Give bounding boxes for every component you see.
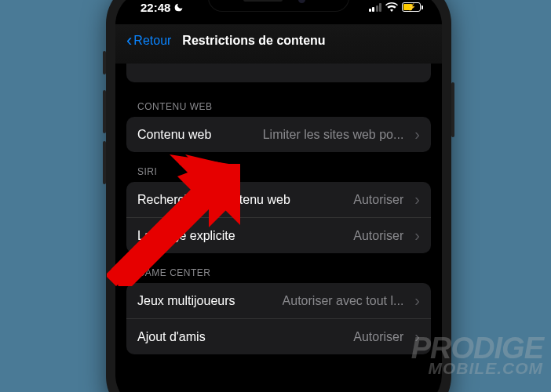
- row-label: Ajout d'amis: [137, 330, 347, 344]
- group-gamecenter: Jeux multijoueurs Autoriser avec tout l.…: [126, 283, 431, 354]
- row-add-friends[interactable]: Ajout d'amis Autoriser ›: [126, 318, 431, 354]
- chevron-right-icon: ›: [414, 191, 420, 209]
- volume-up: [103, 90, 106, 133]
- mute-switch: [103, 51, 106, 74]
- notch: [208, 0, 349, 12]
- group-siri: Recherche de contenu web Autoriser › Lan…: [126, 182, 431, 253]
- settings-content: CONTENU WEB Contenu web Limiter les site…: [115, 64, 442, 354]
- row-multiplayer[interactable]: Jeux multijoueurs Autoriser avec tout l.…: [126, 283, 431, 318]
- volume-down: [103, 141, 106, 184]
- row-label: Langage explicite: [137, 229, 347, 243]
- row-siri-explicit[interactable]: Langage explicite Autoriser ›: [126, 217, 431, 253]
- chevron-right-icon: ›: [414, 227, 420, 245]
- wifi-icon: [385, 2, 398, 12]
- row-label: Contenu web: [137, 128, 211, 142]
- section-header-siri: SIRI: [126, 152, 431, 182]
- page-title: Restrictions de contenu: [182, 34, 325, 48]
- chevron-right-icon: ›: [414, 292, 420, 310]
- row-label: Recherche de contenu web: [137, 193, 347, 207]
- section-header-web: CONTENU WEB: [126, 87, 431, 117]
- row-web-content[interactable]: Contenu web Limiter les sites web po... …: [126, 117, 431, 152]
- watermark-line1: PRODIGE: [411, 335, 543, 361]
- back-label: Retour: [133, 34, 171, 48]
- screen: 22:48 ⚡: [115, 0, 442, 392]
- row-value: Limiter les sites web po...: [263, 128, 404, 142]
- row-value: Autoriser: [353, 193, 403, 207]
- watermark-line2: MOBILE.COM: [411, 361, 543, 376]
- status-time: 22:48: [140, 1, 170, 14]
- row-value: Autoriser avec tout l...: [283, 294, 404, 308]
- row-label: Jeux multijoueurs: [137, 294, 235, 308]
- watermark: PRODIGE MOBILE.COM: [411, 335, 543, 376]
- row-value: Autoriser: [353, 330, 403, 344]
- navigation-bar: ‹ Retour Restrictions de contenu: [115, 24, 442, 64]
- section-header-gamecenter: GAME CENTER: [126, 253, 431, 283]
- row-siri-search[interactable]: Recherche de contenu web Autoriser ›: [126, 182, 431, 217]
- cellular-signal-icon: [369, 3, 382, 12]
- battery-icon: ⚡: [402, 2, 423, 12]
- chevron-left-icon: ‹: [126, 32, 132, 49]
- row-value: Autoriser: [353, 229, 403, 243]
- group-web: Contenu web Limiter les sites web po... …: [126, 117, 431, 152]
- do-not-disturb-icon: [173, 2, 184, 13]
- phone-frame: 22:48 ⚡: [106, 0, 451, 392]
- previous-group-bottom: [126, 64, 431, 82]
- chevron-right-icon: ›: [414, 125, 420, 143]
- power-button: [451, 82, 454, 137]
- back-button[interactable]: ‹ Retour: [122, 29, 176, 53]
